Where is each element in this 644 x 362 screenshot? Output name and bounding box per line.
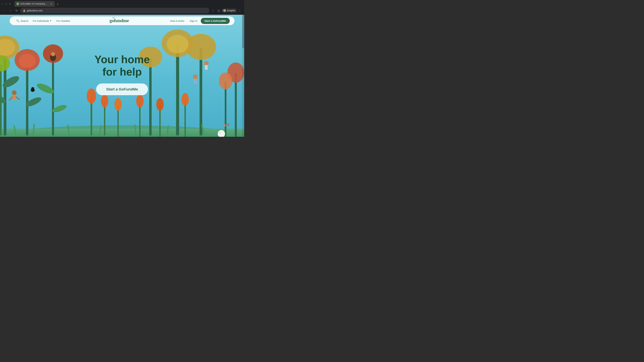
svg-point-10 bbox=[19, 54, 36, 68]
svg-text:gofundme: gofundme bbox=[110, 18, 129, 23]
svg-point-61 bbox=[219, 132, 221, 134]
logo-text: gofundme bbox=[110, 17, 135, 25]
svg-point-36 bbox=[101, 95, 108, 107]
new-tab-button[interactable]: + bbox=[55, 2, 60, 7]
svg-point-12 bbox=[31, 87, 34, 90]
extension-button[interactable]: ◫ bbox=[216, 8, 221, 13]
how-it-works-label: How it works bbox=[170, 19, 184, 22]
nav-logo[interactable]: gofundme bbox=[110, 17, 135, 25]
bookmark-button[interactable]: ☆ bbox=[211, 8, 216, 13]
svg-rect-59 bbox=[194, 79, 197, 84]
nav-right: How it works Sign in Start a GoFundMe bbox=[168, 18, 230, 24]
hero-cta-label: Start a GoFundMe bbox=[106, 87, 138, 91]
svg-point-58 bbox=[193, 74, 198, 79]
incognito-icon: 🕵 bbox=[223, 9, 226, 12]
navbar: 🔍 Search For individuals ▼ For charities… bbox=[10, 16, 234, 25]
incognito-indicator: 🕵 Incognito bbox=[222, 8, 237, 12]
for-charities-label: For charities bbox=[56, 19, 70, 22]
svg-point-38 bbox=[114, 98, 122, 111]
back-button[interactable]: ← bbox=[2, 8, 7, 13]
window-controls: ― □ ✕ bbox=[1, 3, 11, 5]
forward-button[interactable]: → bbox=[8, 8, 13, 13]
minimize-button[interactable]: ― bbox=[1, 3, 4, 5]
incognito-label: Incognito bbox=[227, 9, 235, 12]
svg-rect-45 bbox=[0, 65, 2, 135]
page-content: 🔍 Search For individuals ▼ For charities… bbox=[0, 15, 244, 137]
security-icon: 🔒 bbox=[23, 9, 26, 12]
tab-favicon: G bbox=[16, 2, 19, 5]
tab-close-button[interactable]: ✕ bbox=[50, 2, 53, 5]
hero-title-line2: for help bbox=[102, 66, 142, 78]
start-button-label: Start a GoFundMe bbox=[204, 19, 226, 22]
svg-point-26 bbox=[204, 61, 209, 66]
svg-point-42 bbox=[156, 98, 164, 111]
menu-button[interactable]: ⋮ bbox=[238, 8, 242, 13]
search-nav-item[interactable]: 🔍 Search bbox=[14, 18, 30, 23]
for-individuals-label: For individuals bbox=[33, 19, 49, 22]
svg-point-44 bbox=[182, 93, 189, 106]
address-bar[interactable]: 🔒 gofundme.com bbox=[20, 8, 210, 13]
svg-point-62 bbox=[224, 124, 226, 127]
chevron-down-icon: ▼ bbox=[50, 19, 52, 22]
sign-in-label: Sign in bbox=[190, 19, 198, 22]
hero-content: Your home for help Start a GoFundMe bbox=[94, 53, 150, 95]
active-tab[interactable]: G GoFundMe: #1 Fundraising Pla... ✕ bbox=[14, 1, 55, 7]
svg-rect-14 bbox=[52, 55, 54, 135]
tab-bar: G GoFundMe: #1 Fundraising Pla... ✕ + bbox=[13, 1, 243, 7]
search-icon: 🔍 bbox=[16, 19, 20, 22]
hero-title: Your home for help bbox=[94, 53, 150, 78]
tab-title: GoFundMe: #1 Fundraising Pla... bbox=[20, 3, 49, 5]
svg-point-63 bbox=[227, 123, 229, 126]
svg-rect-28 bbox=[176, 45, 179, 135]
svg-rect-55 bbox=[12, 95, 16, 100]
svg-rect-20 bbox=[235, 73, 237, 137]
start-gofundme-hero-button[interactable]: Start a GoFundMe bbox=[96, 83, 148, 95]
svg-rect-22 bbox=[225, 82, 226, 137]
browser-window: ― □ ✕ G GoFundMe: #1 Fundraising Pla... … bbox=[0, 0, 244, 15]
reload-button[interactable]: ↻ bbox=[14, 8, 19, 13]
svg-rect-65 bbox=[242, 15, 244, 48]
svg-rect-24 bbox=[200, 48, 202, 135]
search-label: Search bbox=[20, 19, 28, 22]
toolbar-actions: ☆ ◫ 🕵 Incognito ⋮ bbox=[211, 8, 242, 13]
address-bar-row: ← → ↻ 🔒 gofundme.com ☆ ◫ 🕵 Incognito ⋮ bbox=[0, 7, 244, 15]
close-button[interactable]: ✕ bbox=[9, 3, 11, 5]
for-charities-nav-item[interactable]: For charities bbox=[54, 18, 72, 23]
svg-point-40 bbox=[136, 95, 144, 107]
svg-rect-8 bbox=[26, 62, 28, 135]
url-display: gofundme.com bbox=[27, 9, 207, 12]
how-it-works-link[interactable]: How it works bbox=[168, 18, 186, 23]
svg-point-23 bbox=[219, 72, 232, 89]
sign-in-link[interactable]: Sign in bbox=[188, 18, 200, 23]
nav-left: 🔍 Search For individuals ▼ For charities bbox=[14, 18, 72, 23]
svg-point-17 bbox=[51, 52, 55, 56]
for-individuals-nav-item[interactable]: For individuals ▼ bbox=[31, 18, 54, 23]
svg-point-54 bbox=[12, 90, 16, 95]
maximize-button[interactable]: □ bbox=[5, 3, 8, 5]
svg-rect-27 bbox=[205, 65, 208, 70]
svg-point-30 bbox=[167, 35, 188, 53]
title-bar: ― □ ✕ G GoFundMe: #1 Fundraising Pla... … bbox=[0, 0, 244, 7]
start-gofundme-nav-button[interactable]: Start a GoFundMe bbox=[201, 18, 230, 24]
hero-title-line1: Your home bbox=[94, 53, 150, 65]
svg-rect-2 bbox=[0, 129, 244, 137]
